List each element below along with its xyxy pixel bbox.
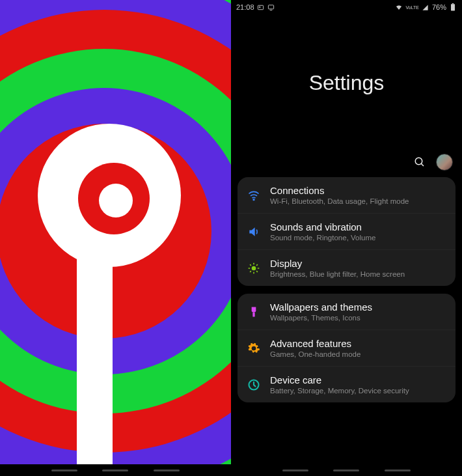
item-title: Device care: [270, 374, 446, 385]
nav-back[interactable]: [154, 469, 180, 471]
svg-line-28: [256, 264, 258, 266]
item-subtitle: Games, One-handed mode: [270, 350, 446, 358]
wifi-icon: [247, 188, 261, 203]
android-p-logo: [0, 0, 231, 476]
svg-rect-29: [252, 312, 254, 316]
battery-percent: 76%: [432, 3, 446, 11]
nav-back[interactable]: [385, 469, 411, 471]
nav-home[interactable]: [333, 469, 359, 471]
svg-line-26: [256, 271, 258, 272]
svg-point-17: [415, 158, 422, 165]
item-title: Sounds and vibration: [270, 221, 446, 232]
nav-bar: [231, 464, 462, 476]
item-title: Wallpapers and themes: [270, 301, 446, 313]
cast-icon: [267, 3, 275, 11]
svg-point-12: [259, 7, 260, 8]
item-subtitle: Brightness, Blue light filter, Home scre…: [270, 270, 446, 278]
sound-icon: [247, 225, 261, 239]
item-subtitle: Wi-Fi, Bluetooth, Data usage, Flight mod…: [270, 197, 446, 205]
svg-point-10: [99, 184, 133, 217]
svg-line-27: [250, 271, 251, 272]
svg-point-19: [253, 199, 254, 200]
settings-item-wallpapers[interactable]: Wallpapers and themes Wallpapers, Themes…: [238, 294, 455, 330]
svg-rect-16: [452, 3, 454, 4]
settings-screen: 21:08 VoLTE 76% Settings: [231, 0, 462, 476]
signal-icon: [422, 3, 429, 11]
battery-icon: [449, 3, 457, 11]
status-time: 21:08: [236, 3, 254, 11]
search-button[interactable]: [413, 155, 427, 169]
screenshot-icon: [257, 3, 265, 11]
settings-group: Connections Wi-Fi, Bluetooth, Data usage…: [238, 177, 455, 286]
status-bar: 21:08 VoLTE 76%: [231, 0, 462, 14]
gear-icon: [247, 341, 261, 356]
settings-list: Connections Wi-Fi, Bluetooth, Data usage…: [231, 177, 462, 464]
search-icon: [414, 156, 426, 168]
settings-item-device-care[interactable]: Device care Battery, Storage, Memory, De…: [238, 367, 455, 402]
brush-icon: [247, 305, 261, 319]
settings-item-sounds[interactable]: Sounds and vibration Sound mode, Rington…: [238, 214, 455, 250]
svg-rect-15: [451, 4, 455, 10]
svg-rect-11: [258, 5, 263, 9]
item-subtitle: Wallpapers, Themes, Icons: [270, 314, 446, 322]
settings-item-display[interactable]: Display Brightness, Blue light filter, H…: [238, 250, 455, 286]
settings-group: Wallpapers and themes Wallpapers, Themes…: [238, 294, 455, 402]
nav-recent[interactable]: [51, 469, 77, 471]
svg-rect-13: [268, 5, 273, 8]
profile-avatar[interactable]: [436, 154, 453, 171]
settings-item-connections[interactable]: Connections Wi-Fi, Bluetooth, Data usage…: [238, 177, 455, 214]
item-title: Advanced features: [270, 338, 446, 349]
svg-point-20: [252, 266, 256, 270]
nav-home[interactable]: [102, 469, 128, 471]
nav-bar-left: [0, 464, 231, 476]
header: Settings: [231, 14, 462, 177]
wallpaper-panel: [0, 0, 231, 476]
nav-recent[interactable]: [282, 469, 308, 471]
wifi-status-icon: [395, 3, 403, 11]
settings-item-advanced[interactable]: Advanced features Games, One-handed mode: [238, 330, 455, 367]
item-title: Display: [270, 258, 446, 269]
device-care-icon: [247, 378, 261, 392]
item-subtitle: Sound mode, Ringtone, Volume: [270, 234, 446, 242]
network-label: VoLTE: [405, 5, 419, 10]
brightness-icon: [247, 261, 261, 275]
svg-line-25: [250, 264, 251, 266]
page-title: Settings: [309, 71, 385, 95]
item-title: Connections: [270, 185, 446, 196]
svg-line-18: [421, 163, 424, 166]
item-subtitle: Battery, Storage, Memory, Device securit…: [270, 387, 446, 395]
